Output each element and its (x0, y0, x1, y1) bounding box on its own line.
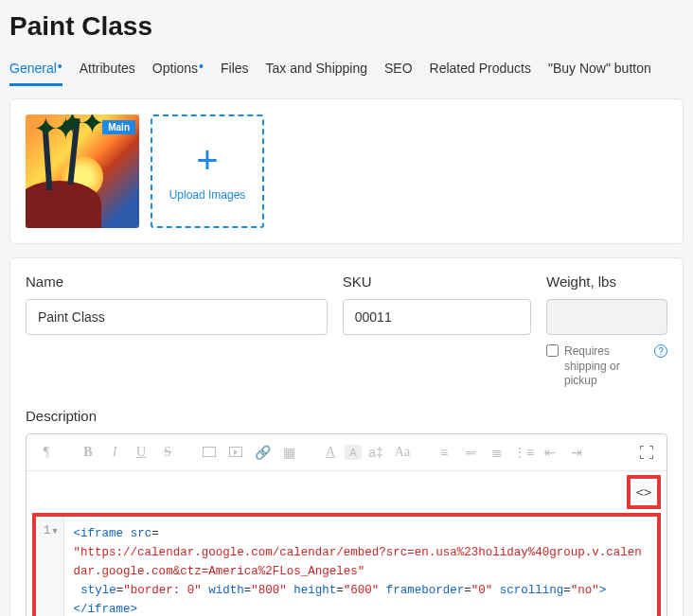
sku-input[interactable] (343, 299, 531, 335)
sku-label: SKU (343, 273, 531, 290)
main-image-badge: Main (102, 120, 135, 134)
tab-related-products[interactable]: Related Products (430, 57, 531, 86)
tabs-bar: General Attributes Options Files Tax and… (9, 57, 684, 87)
link-icon[interactable]: 🔗 (250, 440, 275, 465)
tab-options[interactable]: Options (152, 57, 204, 86)
help-icon[interactable]: ? (654, 344, 667, 358)
indent-icon[interactable]: ⇥ (564, 440, 589, 465)
name-input[interactable] (26, 299, 328, 335)
tab-tax-shipping[interactable]: Tax and Shipping (266, 57, 367, 86)
requires-shipping-checkbox[interactable] (546, 344, 559, 357)
weight-label: Weight, lbs (546, 273, 667, 290)
description-editor: ¶ B I U S 🔗 ▦ A A a‡ Aa ≡ ═ ≣ ⋮≡ (26, 433, 667, 616)
details-panel: Name SKU Weight, lbs Requires shipping o… (9, 257, 684, 616)
name-label: Name (26, 273, 328, 290)
strikethrough-icon[interactable]: S (155, 440, 180, 465)
clear-format-icon[interactable]: a‡ (364, 440, 388, 465)
underline-icon[interactable]: U (129, 440, 153, 465)
italic-icon[interactable]: I (102, 440, 127, 465)
code-gutter: 1▼ (36, 517, 64, 616)
ordered-list-icon[interactable]: ≣ (485, 440, 509, 465)
image-icon[interactable] (197, 440, 222, 465)
code-area-highlight: 1▼ <iframe src= "https://calendar.google… (32, 513, 661, 616)
code-editor[interactable]: <iframe src= "https://calendar.google.co… (64, 517, 657, 616)
requires-shipping-label: Requires shipping or pickup (564, 344, 640, 389)
tab-attributes[interactable]: Attributes (80, 57, 135, 86)
bg-color-icon[interactable]: A (345, 445, 362, 460)
fullscreen-icon[interactable] (634, 440, 659, 465)
editor-toolbar: ¶ B I U S 🔗 ▦ A A a‡ Aa ≡ ═ ≣ ⋮≡ (27, 434, 666, 471)
tab-buy-now[interactable]: "Buy Now" button (548, 57, 651, 86)
images-panel: ✦✦ ✦✦ Main + Upload Images (9, 98, 684, 244)
outdent-icon[interactable]: ⇤ (538, 440, 562, 465)
weight-input[interactable] (546, 299, 667, 335)
html-view-button[interactable]: <> (632, 481, 655, 503)
tab-seo[interactable]: SEO (384, 57, 413, 86)
html-view-highlight: <> (627, 475, 661, 509)
text-color-icon[interactable]: A (318, 440, 343, 465)
font-size-icon[interactable]: Aa (390, 440, 415, 465)
description-label: Description (26, 408, 667, 424)
plus-icon: + (196, 141, 218, 179)
page-title: Paint Class (9, 0, 684, 57)
upload-images-button[interactable]: + Upload Images (151, 114, 264, 228)
tab-files[interactable]: Files (221, 57, 249, 86)
table-icon[interactable]: ▦ (276, 440, 301, 465)
tab-general[interactable]: General (9, 57, 62, 86)
video-icon[interactable] (223, 440, 248, 465)
product-image-thumbnail[interactable]: ✦✦ ✦✦ Main (26, 114, 139, 228)
align-justify-icon[interactable]: ═ (458, 440, 483, 465)
unordered-list-icon[interactable]: ⋮≡ (511, 440, 536, 465)
upload-images-label: Upload Images (169, 188, 246, 202)
align-left-icon[interactable]: ≡ (432, 440, 456, 465)
bold-icon[interactable]: B (76, 440, 100, 465)
paragraph-icon[interactable]: ¶ (34, 440, 59, 465)
